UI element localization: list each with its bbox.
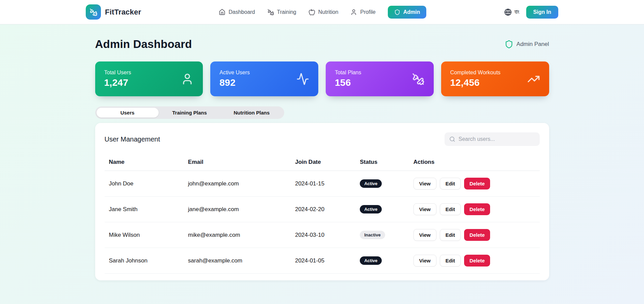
user-join-date: 2024-01-15 — [291, 174, 355, 194]
nav-item-label: Nutrition — [318, 9, 339, 15]
stat-card-total-plans: Total Plans 156 — [326, 61, 434, 96]
stat-label: Active Users — [219, 70, 250, 76]
delete-button[interactable]: Delete — [464, 203, 490, 215]
panel-title: User Management — [105, 135, 160, 143]
table-row: Sarah Johnson sarah@example.com 2024-01-… — [105, 248, 540, 274]
stat-value: 1,247 — [104, 77, 131, 88]
admin-panel-label: Admin Panel — [516, 41, 549, 48]
page-title: Admin Dashboard — [95, 38, 192, 51]
user-name: Jane Smith — [105, 199, 184, 220]
main-content: Admin Dashboard Admin Panel Total Users … — [95, 24, 549, 280]
nav-item-profile[interactable]: Profile — [350, 9, 375, 16]
delete-button[interactable]: Delete — [464, 255, 490, 267]
stats-row: Total Users 1,247 Active Users 892 Total… — [95, 61, 549, 96]
shield-icon — [394, 9, 400, 15]
status-badge: Active — [360, 179, 382, 188]
table-header-row: Name Email Join Date Status Actions — [105, 155, 540, 171]
stat-label: Total Users — [104, 70, 131, 76]
dumbbell-icon — [89, 8, 98, 16]
status-badge: Active — [360, 205, 382, 213]
delete-button[interactable]: Delete — [464, 229, 490, 241]
brand-name: FitTracker — [105, 8, 141, 17]
user-icon — [350, 9, 357, 16]
stat-card-completed-workouts: Completed Workouts 12,456 — [441, 61, 549, 96]
nav-right: বাং Sign In — [504, 6, 558, 19]
column-header-status: Status — [355, 155, 409, 171]
tab-users[interactable]: Users — [97, 108, 159, 118]
tab-training-plans[interactable]: Training Plans — [159, 108, 221, 118]
dumbbell-icon — [267, 9, 274, 16]
delete-button[interactable]: Delete — [464, 178, 490, 189]
user-email: john@example.com — [184, 174, 291, 194]
user-name: Mike Wilson — [105, 225, 184, 245]
stat-value: 892 — [219, 77, 250, 88]
user-email: jane@example.com — [184, 199, 291, 220]
column-header-name: Name — [105, 155, 184, 171]
trending-up-icon — [527, 73, 540, 85]
nav-item-dashboard[interactable]: Dashboard — [219, 9, 255, 16]
view-button[interactable]: View — [413, 255, 436, 267]
nav-links: Dashboard Training Nutrition Profile — [219, 6, 426, 19]
view-button[interactable]: View — [413, 203, 436, 215]
language-switcher[interactable]: বাং — [504, 8, 519, 16]
user-icon — [181, 73, 194, 85]
user-email: mike@example.com — [184, 225, 291, 245]
column-header-email: Email — [184, 155, 291, 171]
admin-nav-button[interactable]: Admin — [388, 6, 427, 19]
stat-label: Total Plans — [335, 70, 361, 76]
user-join-date: 2024-02-20 — [291, 199, 355, 220]
search-icon — [449, 136, 455, 142]
search-box — [445, 132, 540, 146]
nav-item-label: Training — [277, 9, 296, 15]
nav-item-label: Dashboard — [229, 9, 255, 15]
column-header-join-date: Join Date — [291, 155, 355, 171]
view-button[interactable]: View — [413, 178, 436, 189]
user-join-date: 2024-01-05 — [291, 251, 355, 271]
activity-icon — [296, 73, 309, 85]
edit-button[interactable]: Edit — [440, 203, 461, 215]
home-icon — [219, 9, 225, 16]
tab-nutrition-plans[interactable]: Nutrition Plans — [221, 108, 283, 118]
table-row: John Doe john@example.com 2024-01-15 Act… — [105, 171, 540, 197]
stat-value: 156 — [335, 77, 361, 88]
language-label: বাং — [514, 9, 519, 16]
stat-value: 12,456 — [450, 77, 501, 88]
status-badge: Active — [360, 256, 382, 265]
edit-button[interactable]: Edit — [440, 255, 461, 267]
view-button[interactable]: View — [413, 229, 436, 241]
brand[interactable]: FitTracker — [86, 4, 141, 20]
fittracker-logo — [86, 4, 101, 20]
dumbbell-icon — [412, 73, 425, 85]
admin-button-label: Admin — [403, 9, 420, 15]
shield-icon — [505, 40, 513, 49]
stat-label: Completed Workouts — [450, 70, 501, 76]
search-input[interactable] — [459, 136, 535, 142]
table-row: Jane Smith jane@example.com 2024-02-20 A… — [105, 197, 540, 222]
nav-item-training[interactable]: Training — [267, 9, 296, 16]
globe-icon — [504, 8, 512, 16]
edit-button[interactable]: Edit — [440, 229, 461, 241]
user-email: sarah@example.com — [184, 251, 291, 271]
user-name: John Doe — [105, 174, 184, 194]
table-row: Mike Wilson mike@example.com 2024-03-10 … — [105, 222, 540, 248]
user-name: Sarah Johnson — [105, 251, 184, 271]
top-navbar: FitTracker Dashboard Training Nutrition — [0, 0, 644, 24]
user-management-panel: User Management Name Email Join Date Sta… — [95, 123, 549, 280]
edit-button[interactable]: Edit — [440, 178, 461, 189]
tab-bar: Users Training Plans Nutrition Plans — [95, 106, 284, 119]
admin-panel-badge: Admin Panel — [505, 40, 549, 49]
column-header-actions: Actions — [409, 155, 540, 171]
user-join-date: 2024-03-10 — [291, 225, 355, 245]
nav-item-nutrition[interactable]: Nutrition — [308, 9, 339, 16]
stat-card-total-users: Total Users 1,247 — [95, 61, 203, 96]
users-table: Name Email Join Date Status Actions John… — [105, 155, 540, 274]
status-badge: Inactive — [360, 231, 385, 239]
apple-icon — [308, 9, 315, 16]
nav-item-label: Profile — [360, 9, 375, 15]
sign-in-button[interactable]: Sign In — [526, 6, 558, 19]
stat-card-active-users: Active Users 892 — [210, 61, 318, 96]
